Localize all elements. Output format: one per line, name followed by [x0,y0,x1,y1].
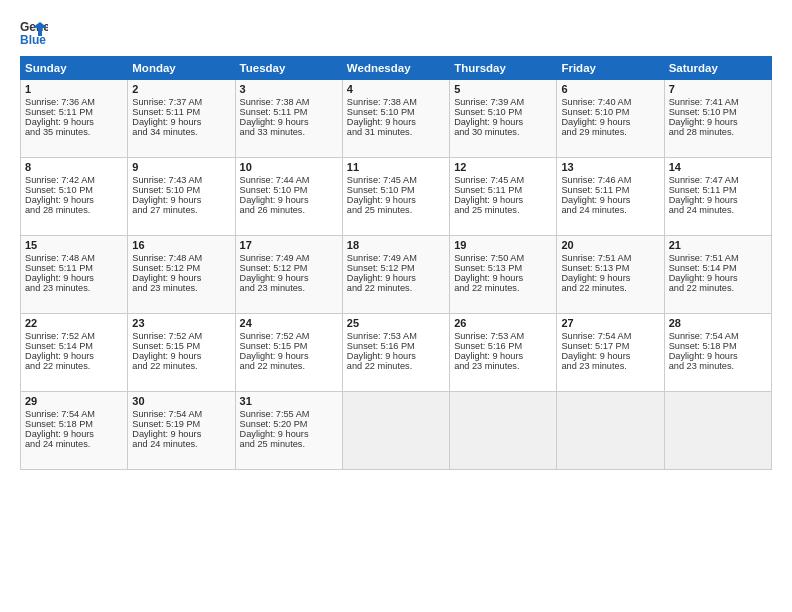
day-info-line: and 28 minutes. [669,127,767,137]
day-number: 29 [25,395,123,407]
day-info-line: Sunset: 5:15 PM [132,341,230,351]
calendar-cell: 14Sunrise: 7:47 AMSunset: 5:11 PMDayligh… [664,158,771,236]
day-info-line: Sunset: 5:12 PM [240,263,338,273]
calendar-week-5: 29Sunrise: 7:54 AMSunset: 5:18 PMDayligh… [21,392,772,470]
day-info-line: and 22 minutes. [25,361,123,371]
day-info-line: and 26 minutes. [240,205,338,215]
day-info-line: Sunrise: 7:37 AM [132,97,230,107]
day-number: 2 [132,83,230,95]
day-info-line: Daylight: 9 hours [240,273,338,283]
day-info-line: and 28 minutes. [25,205,123,215]
day-info-line: Daylight: 9 hours [669,117,767,127]
day-info-line: Daylight: 9 hours [132,117,230,127]
day-info-line: and 31 minutes. [347,127,445,137]
day-info-line: Sunset: 5:11 PM [25,263,123,273]
day-info-line: Sunrise: 7:44 AM [240,175,338,185]
day-info-line: and 22 minutes. [561,283,659,293]
day-number: 21 [669,239,767,251]
day-info-line: Sunrise: 7:47 AM [669,175,767,185]
day-info-line: Sunset: 5:14 PM [669,263,767,273]
col-header-friday: Friday [557,57,664,80]
day-info-line: Daylight: 9 hours [561,117,659,127]
day-info-line: and 25 minutes. [347,205,445,215]
day-number: 24 [240,317,338,329]
day-info-line: Daylight: 9 hours [240,195,338,205]
calendar-cell: 15Sunrise: 7:48 AMSunset: 5:11 PMDayligh… [21,236,128,314]
col-header-wednesday: Wednesday [342,57,449,80]
day-info-line: Daylight: 9 hours [25,273,123,283]
svg-text:Blue: Blue [20,33,46,46]
col-header-sunday: Sunday [21,57,128,80]
day-info-line: Daylight: 9 hours [132,195,230,205]
calendar-week-3: 15Sunrise: 7:48 AMSunset: 5:11 PMDayligh… [21,236,772,314]
calendar-cell: 5Sunrise: 7:39 AMSunset: 5:10 PMDaylight… [450,80,557,158]
day-number: 1 [25,83,123,95]
calendar-cell: 22Sunrise: 7:52 AMSunset: 5:14 PMDayligh… [21,314,128,392]
day-number: 5 [454,83,552,95]
calendar-cell: 11Sunrise: 7:45 AMSunset: 5:10 PMDayligh… [342,158,449,236]
calendar-cell: 20Sunrise: 7:51 AMSunset: 5:13 PMDayligh… [557,236,664,314]
day-number: 16 [132,239,230,251]
day-info-line: Sunrise: 7:55 AM [240,409,338,419]
day-info-line: Daylight: 9 hours [454,195,552,205]
calendar-cell: 13Sunrise: 7:46 AMSunset: 5:11 PMDayligh… [557,158,664,236]
day-info-line: Sunset: 5:19 PM [132,419,230,429]
calendar-cell: 18Sunrise: 7:49 AMSunset: 5:12 PMDayligh… [342,236,449,314]
day-info-line: Sunrise: 7:52 AM [240,331,338,341]
day-info-line: Sunrise: 7:49 AM [347,253,445,263]
day-info-line: and 25 minutes. [240,439,338,449]
day-number: 9 [132,161,230,173]
day-number: 30 [132,395,230,407]
calendar-cell: 8Sunrise: 7:42 AMSunset: 5:10 PMDaylight… [21,158,128,236]
calendar-cell: 26Sunrise: 7:53 AMSunset: 5:16 PMDayligh… [450,314,557,392]
day-info-line: Sunset: 5:12 PM [132,263,230,273]
day-info-line: and 22 minutes. [347,361,445,371]
day-info-line: and 22 minutes. [132,361,230,371]
day-info-line: and 25 minutes. [454,205,552,215]
calendar-cell: 25Sunrise: 7:53 AMSunset: 5:16 PMDayligh… [342,314,449,392]
day-info-line: Sunset: 5:10 PM [347,107,445,117]
day-info-line: Daylight: 9 hours [347,351,445,361]
calendar-week-1: 1Sunrise: 7:36 AMSunset: 5:11 PMDaylight… [21,80,772,158]
page: General Blue SundayMondayTuesdayWednesda… [0,0,792,612]
calendar-cell: 2Sunrise: 7:37 AMSunset: 5:11 PMDaylight… [128,80,235,158]
calendar-cell: 21Sunrise: 7:51 AMSunset: 5:14 PMDayligh… [664,236,771,314]
day-info-line: Daylight: 9 hours [454,273,552,283]
day-info-line: and 35 minutes. [25,127,123,137]
day-info-line: Sunset: 5:18 PM [25,419,123,429]
day-info-line: Sunset: 5:11 PM [561,185,659,195]
day-info-line: Sunset: 5:10 PM [240,185,338,195]
day-number: 8 [25,161,123,173]
day-info-line: Daylight: 9 hours [347,117,445,127]
day-number: 17 [240,239,338,251]
day-info-line: Sunset: 5:11 PM [25,107,123,117]
calendar-cell: 24Sunrise: 7:52 AMSunset: 5:15 PMDayligh… [235,314,342,392]
day-info-line: Daylight: 9 hours [347,195,445,205]
day-number: 12 [454,161,552,173]
day-info-line: Sunrise: 7:39 AM [454,97,552,107]
day-info-line: Daylight: 9 hours [25,351,123,361]
day-info-line: Daylight: 9 hours [25,195,123,205]
day-info-line: and 22 minutes. [347,283,445,293]
calendar-cell [342,392,449,470]
day-info-line: and 29 minutes. [561,127,659,137]
day-number: 31 [240,395,338,407]
day-info-line: and 22 minutes. [454,283,552,293]
day-info-line: Daylight: 9 hours [25,117,123,127]
day-info-line: and 23 minutes. [454,361,552,371]
calendar-cell: 6Sunrise: 7:40 AMSunset: 5:10 PMDaylight… [557,80,664,158]
day-info-line: Sunset: 5:10 PM [347,185,445,195]
day-info-line: Sunrise: 7:49 AM [240,253,338,263]
day-info-line: Sunrise: 7:52 AM [132,331,230,341]
calendar-cell: 29Sunrise: 7:54 AMSunset: 5:18 PMDayligh… [21,392,128,470]
day-info-line: Daylight: 9 hours [561,351,659,361]
day-info-line: Sunset: 5:10 PM [454,107,552,117]
calendar-cell: 12Sunrise: 7:45 AMSunset: 5:11 PMDayligh… [450,158,557,236]
calendar-week-4: 22Sunrise: 7:52 AMSunset: 5:14 PMDayligh… [21,314,772,392]
day-info-line: and 22 minutes. [669,283,767,293]
day-info-line: Daylight: 9 hours [240,351,338,361]
day-info-line: and 24 minutes. [561,205,659,215]
day-info-line: Daylight: 9 hours [454,117,552,127]
day-info-line: Sunrise: 7:40 AM [561,97,659,107]
day-info-line: and 33 minutes. [240,127,338,137]
